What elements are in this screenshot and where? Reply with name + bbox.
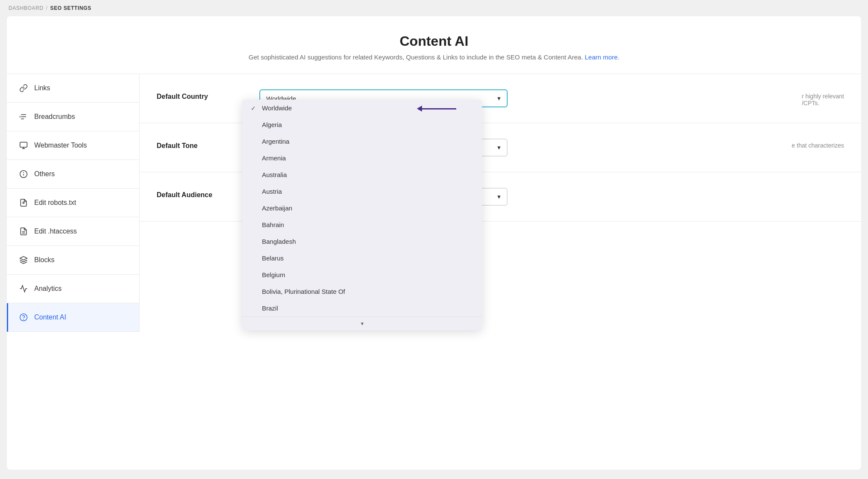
country-dropdown-menu: ✓ Worldwide Algeria Argen bbox=[242, 100, 482, 330]
sidebar-label-analytics: Analytics bbox=[34, 285, 62, 293]
sidebar-label-others: Others bbox=[34, 170, 55, 178]
dropdown-item-brazil[interactable]: Brazil bbox=[242, 300, 482, 316]
dropdown-label-armenia: Armenia bbox=[262, 154, 286, 162]
content-ai-icon bbox=[19, 313, 28, 322]
checkmark-icon: ✓ bbox=[251, 105, 258, 112]
dropdown-label-azerbaijan: Azerbaijan bbox=[262, 204, 292, 212]
dropdown-chevron-icon: ▾ bbox=[497, 95, 501, 102]
breadcrumbs-icon bbox=[19, 112, 28, 121]
sidebar-item-links[interactable]: Links bbox=[7, 74, 139, 103]
main-content: Default Country Worldwide ▾ r highly rel… bbox=[140, 74, 861, 332]
dropdown-item-bangladesh[interactable]: Bangladesh bbox=[242, 233, 482, 250]
dropdown-item-belarus[interactable]: Belarus bbox=[242, 250, 482, 266]
label-default-country: Default Country bbox=[157, 89, 242, 101]
breadcrumb-current: SEO SETTINGS bbox=[50, 5, 91, 11]
breadcrumb-separator: / bbox=[46, 5, 48, 11]
dropdown-item-bahrain[interactable]: Bahrain bbox=[242, 216, 482, 233]
dropdown-label-worldwide: Worldwide bbox=[262, 104, 292, 112]
dropdown-label-austria: Austria bbox=[262, 188, 282, 195]
sidebar-item-blocks[interactable]: Blocks bbox=[7, 246, 139, 275]
dropdown-item-belgium[interactable]: Belgium bbox=[242, 266, 482, 283]
analytics-icon bbox=[19, 284, 28, 293]
label-default-tone: Default Tone bbox=[157, 139, 242, 150]
robots-icon bbox=[19, 198, 28, 207]
dropdown-label-bahrain: Bahrain bbox=[262, 221, 284, 228]
page-title: Content AI bbox=[15, 33, 853, 49]
row-right-text-tone: e that characterizes bbox=[792, 139, 844, 149]
dropdown-label-argentina: Argentina bbox=[262, 138, 289, 145]
main-card: Content AI Get sophisticated AI suggesti… bbox=[7, 16, 861, 470]
links-icon bbox=[19, 83, 28, 93]
htaccess-icon bbox=[19, 227, 28, 236]
svg-rect-3 bbox=[20, 142, 27, 148]
dropdown-footer[interactable]: ▾ bbox=[242, 316, 482, 330]
header-description: Get sophisticated AI suggestions for rel… bbox=[15, 53, 853, 61]
sidebar-item-content-ai[interactable]: Content AI bbox=[7, 303, 139, 332]
sidebar-label-robots: Edit robots.txt bbox=[34, 199, 76, 207]
dropdown-item-worldwide[interactable]: ✓ Worldwide bbox=[242, 100, 482, 116]
audience-chevron-icon: ▾ bbox=[497, 193, 501, 201]
arrow-line bbox=[422, 108, 456, 109]
dropdown-item-algeria[interactable]: Algeria bbox=[242, 116, 482, 133]
dropdown-label-bangladesh: Bangladesh bbox=[262, 238, 296, 245]
sidebar-label-htaccess: Edit .htaccess bbox=[34, 228, 77, 235]
dropdown-label-algeria: Algeria bbox=[262, 121, 282, 128]
sidebar-item-breadcrumbs[interactable]: Breadcrumbs bbox=[7, 103, 139, 131]
sidebar-label-webmaster: Webmaster Tools bbox=[34, 142, 87, 149]
dropdown-item-armenia[interactable]: Armenia bbox=[242, 150, 482, 166]
sidebar-item-webmaster-tools[interactable]: Webmaster Tools bbox=[7, 131, 139, 160]
sidebar-label-blocks: Blocks bbox=[34, 256, 54, 264]
sidebar-label-content-ai: Content AI bbox=[34, 313, 66, 321]
breadcrumb: DASHBOARD / SEO SETTINGS bbox=[0, 0, 868, 16]
card-header: Content AI Get sophisticated AI suggesti… bbox=[7, 16, 861, 74]
tone-chevron-icon: ▾ bbox=[497, 144, 501, 151]
learn-more-link[interactable]: Learn more bbox=[585, 53, 618, 61]
sidebar-item-analytics[interactable]: Analytics bbox=[7, 275, 139, 303]
dropdown-item-bolivia[interactable]: Bolivia, Plurinational State Of bbox=[242, 283, 482, 300]
sidebar-item-others[interactable]: Others bbox=[7, 160, 139, 189]
dropdown-item-argentina[interactable]: Argentina bbox=[242, 133, 482, 150]
sidebar: Links Breadcrumbs bbox=[7, 74, 140, 332]
dropdown-item-austria[interactable]: Austria bbox=[242, 183, 482, 200]
card-body: Links Breadcrumbs bbox=[7, 74, 861, 332]
dropdown-label-bolivia: Bolivia, Plurinational State Of bbox=[262, 288, 345, 295]
arrow-head bbox=[417, 106, 422, 112]
chevron-down-icon: ▾ bbox=[361, 320, 364, 327]
setting-row-country: Default Country Worldwide ▾ r highly rel… bbox=[140, 74, 861, 123]
webmaster-icon bbox=[19, 141, 28, 150]
breadcrumb-dashboard[interactable]: DASHBOARD bbox=[9, 5, 43, 11]
others-icon bbox=[19, 169, 28, 179]
sidebar-item-robots[interactable]: Edit robots.txt bbox=[7, 189, 139, 217]
blocks-icon bbox=[19, 255, 28, 265]
svg-point-7 bbox=[23, 202, 24, 203]
row-right-text-country: r highly relevant/CPTs. bbox=[802, 89, 844, 106]
dropdown-label-belgium: Belgium bbox=[262, 271, 285, 278]
dropdown-label-australia: Australia bbox=[262, 171, 287, 178]
dropdown-item-australia[interactable]: Australia bbox=[242, 166, 482, 183]
svg-point-10 bbox=[20, 314, 27, 321]
label-default-audience: Default Audience bbox=[157, 188, 242, 199]
arrow-annotation bbox=[417, 106, 456, 112]
sidebar-label-links: Links bbox=[34, 84, 50, 92]
dropdown-label-brazil: Brazil bbox=[262, 305, 278, 312]
dropdown-item-azerbaijan[interactable]: Azerbaijan bbox=[242, 200, 482, 216]
dropdown-label-belarus: Belarus bbox=[262, 254, 284, 262]
sidebar-label-breadcrumbs: Breadcrumbs bbox=[34, 113, 75, 121]
sidebar-item-htaccess[interactable]: Edit .htaccess bbox=[7, 217, 139, 246]
